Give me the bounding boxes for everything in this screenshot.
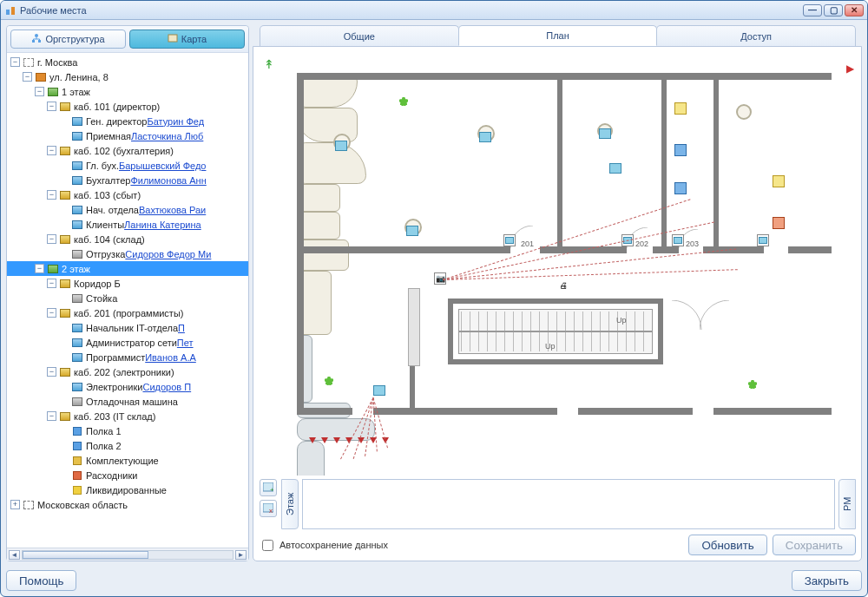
collapse-icon[interactable]: −	[47, 190, 56, 200]
tree-row[interactable]: Расходники	[7, 468, 248, 482]
close-dialog-button[interactable]: Закрыть	[792, 570, 862, 591]
tree-row[interactable]: Отладочная машина	[7, 394, 248, 409]
tree-row[interactable]: Клиенты Ланина Катерина	[7, 217, 248, 232]
expand-spacer	[59, 441, 69, 450]
shelf-icon[interactable]	[674, 144, 687, 156]
tree-row[interactable]: Бухгалтер Филимонова Анн	[7, 173, 248, 187]
vert-tab-floor[interactable]: Этаж	[281, 479, 299, 529]
workstation-icon[interactable]	[503, 234, 516, 246]
tree-row[interactable]: −каб. 203 (IT склад)	[7, 409, 248, 423]
tree-row[interactable]: Полка 1	[7, 423, 248, 438]
scroll-track[interactable]	[22, 550, 233, 560]
save-button[interactable]: Сохранить	[773, 535, 856, 555]
person-link[interactable]: Сидоров Федор Ми	[125, 249, 211, 259]
person-link[interactable]: Пет	[177, 338, 194, 348]
collapse-icon[interactable]: −	[47, 279, 56, 288]
autosave-label: Автосохранение данных	[279, 540, 388, 550]
tree-hscroll[interactable]: ◄ ►	[7, 548, 248, 561]
tree-row[interactable]: +Московская область	[7, 497, 248, 512]
printer-icon[interactable]: 🖨	[557, 279, 569, 292]
workstation-icon[interactable]	[757, 234, 769, 246]
tab-access[interactable]: Доступ	[656, 25, 856, 46]
collapse-icon[interactable]: −	[35, 264, 44, 273]
collapse-icon[interactable]: −	[35, 87, 44, 96]
tree-row[interactable]: Нач. отдела Вахтюкова Раи	[7, 202, 248, 217]
tree-row[interactable]: Приемная Ласточкина Люб	[7, 128, 248, 143]
collapse-icon[interactable]: −	[47, 308, 56, 318]
refresh-button[interactable]: Обновить	[688, 535, 766, 555]
person-link[interactable]: Иванов А.А	[145, 352, 196, 363]
tree-row[interactable]: −каб. 104 (склад)	[7, 232, 248, 246]
tree-row[interactable]: Комплектующие	[7, 453, 248, 468]
tab-orgstructure[interactable]: Оргструктура	[10, 30, 126, 49]
min-button[interactable]: —	[803, 4, 822, 16]
tree-row[interactable]: −каб. 201 (программисты)	[7, 305, 248, 320]
tree-row[interactable]: Ликвидированные	[7, 482, 248, 497]
collapse-icon[interactable]: −	[47, 411, 56, 421]
tree-node-label: Программист	[86, 352, 145, 363]
location-tree[interactable]: −г. Москва−ул. Ленина, 8−1 этаж−каб. 101…	[7, 53, 248, 548]
tab-common[interactable]: Общие	[260, 25, 459, 46]
workstation-icon[interactable]	[672, 234, 684, 246]
scroll-right-icon[interactable]: ►	[235, 550, 247, 560]
floor-plan[interactable]: ↟ ▶	[259, 52, 856, 476]
tree-row[interactable]: −2 этаж	[7, 261, 248, 276]
collapse-icon[interactable]: −	[47, 102, 56, 111]
box-icon[interactable]	[773, 175, 785, 187]
tree-row[interactable]: Стойка	[7, 291, 248, 305]
collapse-icon[interactable]: −	[23, 72, 32, 82]
collapse-icon[interactable]: −	[47, 146, 56, 155]
tree-row[interactable]: −ул. Ленина, 8	[7, 69, 248, 84]
up-arrow-icon[interactable]: ↟	[264, 57, 274, 71]
person-link[interactable]: Вахтюкова Раи	[139, 205, 206, 215]
collapse-icon[interactable]: −	[47, 234, 56, 244]
tree-row[interactable]: −каб. 103 (сбыт)	[7, 187, 248, 202]
max-button[interactable]: ▢	[824, 4, 843, 16]
tree-row[interactable]: Программист Иванов А.А	[7, 350, 248, 364]
scroll-thumb[interactable]	[23, 551, 148, 559]
app-icon	[4, 4, 16, 16]
pc-icon	[71, 175, 83, 186]
plan-thumb-strip[interactable]	[302, 479, 835, 529]
tree-row[interactable]: Гл. бух. Барышевский Федо	[7, 158, 248, 173]
tree-row[interactable]: Полка 2	[7, 438, 248, 453]
person-link[interactable]: Барышевский Федо	[119, 161, 206, 171]
tree-row[interactable]: −каб. 101 (директор)	[7, 99, 248, 114]
tree-row[interactable]: −каб. 102 (бухгалтерия)	[7, 143, 248, 158]
right-arrow-icon[interactable]: ▶	[846, 62, 854, 75]
tree-row[interactable]: Ген. директор Батурин Фед	[7, 114, 248, 128]
vert-tab-floor-label: Этаж	[285, 493, 295, 515]
shelf-icon[interactable]	[674, 182, 687, 194]
remove-image-button[interactable]: x	[260, 500, 277, 517]
tree-row[interactable]: −г. Москва	[7, 55, 248, 69]
tab-plan[interactable]: План	[458, 25, 658, 46]
autosave-checkbox[interactable]: Автосохранение данных	[259, 537, 388, 554]
box-icon[interactable]	[674, 102, 687, 115]
person-link[interactable]: Ланина Катерина	[124, 220, 201, 230]
tab-map[interactable]: Карта	[129, 30, 245, 49]
tree-row[interactable]: −каб. 202 (электроники)	[7, 364, 248, 379]
tree-row[interactable]: Электроники Сидоров П	[7, 379, 248, 394]
collapse-icon[interactable]: −	[47, 367, 56, 377]
add-image-button[interactable]: +	[260, 479, 277, 496]
close-dialog-button-label: Закрыть	[805, 574, 849, 587]
person-link[interactable]: Филимонова Анн	[130, 175, 206, 186]
person-link[interactable]: П	[178, 323, 185, 333]
expand-icon[interactable]: +	[10, 500, 20, 509]
autosave-input[interactable]	[262, 540, 273, 551]
tree-row[interactable]: Начальник IT-отдела П	[7, 320, 248, 335]
tree-row[interactable]: −1 этаж	[7, 84, 248, 99]
right-panel: Общие План Доступ ↟ ▶	[253, 25, 862, 561]
close-button[interactable]: ✕	[845, 4, 864, 16]
tree-row[interactable]: Администратор сети Пет	[7, 335, 248, 350]
tree-row[interactable]: −Коридор Б	[7, 276, 248, 291]
person-link[interactable]: Ласточкина Люб	[131, 131, 203, 141]
collapse-icon[interactable]: −	[10, 57, 20, 67]
person-link[interactable]: Батурин Фед	[147, 116, 204, 127]
disposed-icon[interactable]	[773, 217, 785, 229]
vert-tab-rm[interactable]: РМ	[838, 479, 856, 529]
person-link[interactable]: Сидоров П	[142, 382, 191, 392]
tree-row[interactable]: Отгрузка Сидоров Федор Ми	[7, 246, 248, 261]
scroll-left-icon[interactable]: ◄	[9, 550, 20, 560]
help-button[interactable]: Помощь	[6, 570, 76, 591]
